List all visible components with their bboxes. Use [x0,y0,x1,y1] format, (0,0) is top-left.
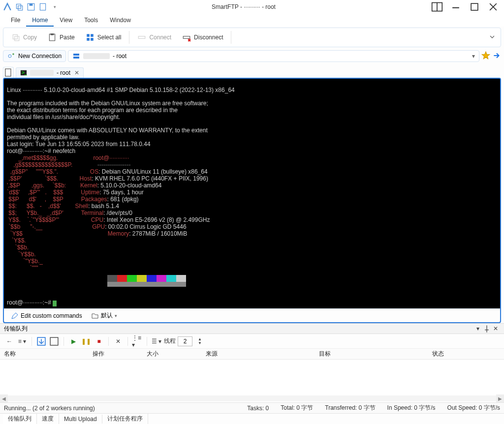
col-name[interactable]: 名称 [4,350,93,358]
svg-rect-18 [91,38,94,41]
scroll-left-icon[interactable]: ◀ [0,394,8,402]
paste-button[interactable]: Paste [43,31,80,44]
address-input[interactable]: xxxx - root ▾ [68,50,479,62]
select-all-label: Select all [97,34,122,41]
new-connection-label: New Connection [18,53,62,60]
col-status[interactable]: 状态 [432,350,504,358]
svg-text:>_: >_ [22,69,27,75]
profile-dropdown[interactable]: 默认 ▾ [88,310,120,321]
qat-copy-icon[interactable] [15,2,24,11]
pause-icon[interactable]: ❚❚ [81,336,92,347]
panel-layout-icon[interactable] [428,1,446,13]
qat-doc-icon[interactable] [38,2,47,11]
maximize-button[interactable] [466,1,483,13]
panel-menu-icon[interactable]: ▾ [473,324,482,333]
copy-icon [11,33,20,42]
svg-rect-0 [16,4,21,8]
status-outspeed: Out Speed: 0 字节/s [447,404,500,412]
delete-icon[interactable]: ✕ [113,336,124,347]
folder-icon [91,312,99,320]
svg-rect-29 [5,69,11,76]
addressbar: New Connection xxxx - root ▾ [3,49,501,63]
svg-rect-11 [13,34,17,39]
svg-rect-33 [50,337,58,345]
status-running: Running... (2 of 2 workers running) [4,405,95,412]
connect-button[interactable]: Connect [132,31,176,44]
select-all-button[interactable]: Select all [81,31,126,44]
queue-body[interactable]: ◀ ▶ [0,360,504,402]
horizontal-scrollbar[interactable]: ◀ ▶ [0,394,504,402]
menubar: File Home View Tools Window [0,14,504,27]
favorites-star-icon[interactable] [481,51,490,61]
toolbar-separator [231,31,231,44]
close-button[interactable] [484,1,502,13]
window-controls [428,1,502,13]
address-dropdown-icon[interactable]: ▾ [472,53,475,60]
list-view-icon[interactable]: ≡ ▾ [17,336,28,347]
export-icon[interactable] [49,336,60,347]
quick-access-toolbar: ▾ [3,2,59,11]
bottom-tabs: 传输队列 速度 Multi Upload 计划任务程序 [0,413,504,424]
btab-queue[interactable]: 传输队列 [3,414,37,424]
new-connection-button[interactable]: New Connection [3,50,66,62]
qat-save-icon[interactable] [27,2,35,11]
chevron-down-icon: ▾ [115,313,117,318]
color-swatches [107,275,186,282]
nav-back-icon[interactable]: ← [4,336,15,347]
import-icon[interactable] [36,336,47,347]
menu-file[interactable]: File [5,14,26,27]
tab-host: xxxx [30,70,54,76]
pin-icon[interactable] [482,324,491,333]
tabstrip: >_ xxxx - root ✕ [3,65,501,78]
connect-icon [137,33,146,42]
menu-tools[interactable]: Tools [78,14,104,27]
go-arrow-icon[interactable] [492,51,501,61]
svg-rect-16 [91,34,94,37]
col-dst[interactable]: 目标 [319,350,432,358]
select-all-icon [86,33,94,42]
pencil-icon [11,312,19,320]
statusbar: Running... (2 of 2 workers running) Task… [0,402,504,413]
disconnect-button[interactable]: Disconnect [177,31,228,44]
qat-dropdown-icon[interactable]: ▾ [50,2,59,11]
settings2-icon[interactable]: ☰ ▾ [151,336,162,347]
svg-rect-17 [87,38,90,41]
col-size[interactable]: 大小 [147,350,206,358]
panel-close-icon[interactable]: ✕ [491,324,500,333]
menu-window[interactable]: Window [104,14,137,27]
minimize-button[interactable] [447,1,465,13]
toolbar-separator [129,31,129,44]
col-src[interactable]: 来源 [206,350,319,358]
terminal-tab-icon: >_ [20,69,27,76]
stop-icon[interactable]: ■ [94,336,104,347]
btab-scheduler[interactable]: 计划任务程序 [102,414,148,424]
svg-rect-1 [18,6,23,10]
threads-input[interactable] [178,336,192,346]
titlebar: ▾ SmartFTP - ·········· - root [0,0,504,14]
edit-custom-commands-button[interactable]: Edit custom commands [8,311,85,321]
svg-rect-4 [40,3,45,10]
stepper-controls[interactable]: ▲▼ [194,336,205,347]
scroll-right-icon[interactable]: ▶ [496,394,504,402]
ribbon-expand-icon[interactable] [487,31,498,44]
svg-rect-8 [471,3,478,10]
terminal-substatus: Edit custom commands 默认 ▾ [4,308,500,322]
transfer-queue-title: 传输队列 [4,325,28,333]
address-suffix: - root [113,53,126,60]
document-list-icon[interactable] [3,67,14,78]
filter-icon[interactable]: ⋮≡ ▾ [132,336,143,347]
menu-home[interactable]: Home [26,14,54,27]
menu-view[interactable]: View [54,14,78,27]
status-tasks: Tasks: 0 [247,405,269,412]
tab-close-icon[interactable]: ✕ [73,69,80,76]
play-icon[interactable]: ▶ [68,336,79,347]
tab-terminal[interactable]: >_ xxxx - root ✕ [16,67,84,78]
btab-speed[interactable]: 速度 [37,414,59,424]
connect-label: Connect [149,34,171,41]
svg-rect-19 [139,36,146,39]
btab-multiupload[interactable]: Multi Upload [59,415,102,424]
copy-button[interactable]: Copy [6,31,42,44]
terminal-output[interactable]: Linux ············ 5.10.0-20-cloud-amd64… [4,79,500,308]
col-op[interactable]: 操作 [93,350,147,358]
svg-marker-28 [482,52,490,59]
